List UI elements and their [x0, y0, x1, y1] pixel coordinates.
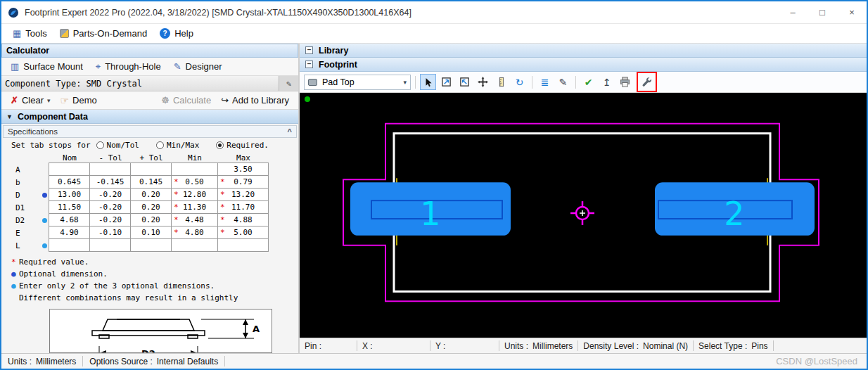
export-button[interactable]: ↥: [599, 74, 615, 90]
collapse-up-icon[interactable]: ^: [288, 127, 292, 136]
cell-ptol-D[interactable]: 0.20: [130, 188, 172, 201]
cell-ptol-D1[interactable]: 0.20: [130, 200, 172, 214]
menu-tools[interactable]: ▦ Tools: [7, 26, 53, 41]
diagram-drawing: A D2: [50, 310, 272, 353]
zoom-window-button[interactable]: [438, 74, 454, 90]
library-bar[interactable]: – Library: [300, 44, 867, 58]
cell-nom-E[interactable]: 4.90: [49, 226, 90, 239]
cell-mtol-L[interactable]: [89, 238, 131, 252]
tab-through-hole-label: Through-Hole: [105, 61, 161, 72]
measure-button[interactable]: [493, 74, 509, 90]
cell-value: 4.90: [60, 228, 79, 237]
cell-ptol-L[interactable]: [130, 238, 172, 252]
cell-value: 0.20: [141, 190, 160, 199]
chevron-down-icon[interactable]: ▾: [403, 79, 407, 86]
cell-nom-b[interactable]: 0.645: [49, 175, 90, 189]
cell-min-A[interactable]: [171, 162, 218, 176]
radio-icon[interactable]: [216, 141, 224, 149]
col-header-max: Max: [218, 153, 269, 162]
select-cursor-button[interactable]: [420, 74, 436, 90]
cell-min-D[interactable]: *12.80: [171, 188, 218, 201]
statusbar-options-source: Options Source : Internal Defaults: [83, 356, 225, 366]
refresh-button[interactable]: ↻: [511, 74, 528, 90]
note-text: Required value.: [19, 256, 89, 268]
cell-min-D1[interactable]: *11.30: [171, 200, 218, 214]
cell-nom-D1[interactable]: 11.50: [49, 200, 90, 214]
cell-min-E[interactable]: *4.80: [171, 226, 218, 239]
cell-nom-D2[interactable]: 4.68: [49, 213, 90, 227]
clear-dropdown-icon[interactable]: ▾: [47, 97, 51, 104]
statusbar-units: Units : Millimeters: [1, 356, 83, 366]
cell-min-D2[interactable]: *4.48: [171, 213, 218, 227]
pan-button[interactable]: [475, 74, 491, 90]
dim-label: D1: [11, 201, 39, 214]
footprint-canvas[interactable]: 1 2: [300, 93, 867, 338]
footprint-bar[interactable]: – Footprint: [300, 58, 867, 72]
cell-ptol-A[interactable]: [130, 162, 172, 176]
clear-button[interactable]: ✗ Clear ▾: [6, 94, 56, 107]
cell-max-E[interactable]: *5.00: [217, 226, 269, 239]
cell-mtol-E[interactable]: -0.10: [89, 226, 131, 239]
cell-max-D2[interactable]: *4.88: [217, 213, 269, 227]
cell-min-b[interactable]: *0.50: [171, 175, 218, 189]
required-asterisk: *: [174, 177, 179, 186]
maximize-button[interactable]: □: [808, 1, 837, 23]
edit-component-type-button[interactable]: ✎: [279, 76, 298, 91]
cell-ptol-D2[interactable]: 0.20: [130, 213, 172, 227]
cell-mtol-D2[interactable]: -0.20: [89, 213, 131, 227]
layer-select-value: Pad Top: [322, 77, 355, 87]
tab-designer[interactable]: ✎ Designer: [167, 59, 229, 74]
pad-1[interactable]: 1: [350, 182, 511, 236]
specifications-bar[interactable]: Specifications ^: [3, 125, 297, 138]
cell-mtol-D[interactable]: -0.20: [89, 188, 131, 201]
optional-dot-cell: [39, 176, 49, 189]
cell-value: 4.68: [60, 215, 79, 224]
radio-icon[interactable]: [156, 141, 164, 149]
zoom-extents-button[interactable]: [457, 74, 473, 90]
required-asterisk: *: [220, 215, 225, 224]
tabstop-option-nomtol[interactable]: Nom/Tol: [96, 141, 139, 150]
cell-min-L[interactable]: [171, 238, 218, 252]
annotation-highlight-box: [637, 72, 657, 92]
cell-nom-D[interactable]: 13.00: [49, 188, 90, 201]
close-button[interactable]: ×: [837, 1, 867, 23]
calculate-button[interactable]: ☸ Calculate: [156, 94, 216, 107]
add-to-library-button[interactable]: ↪ Add to Library: [216, 94, 294, 107]
cell-nom-A[interactable]: [49, 162, 90, 176]
collapse-dash-icon[interactable]: –: [305, 60, 313, 68]
options-source-label: Options Source :: [89, 357, 152, 366]
cell-max-b[interactable]: *0.79: [217, 175, 269, 189]
component-data-header[interactable]: ▼ Component Data: [1, 110, 298, 124]
cell-max-D[interactable]: *13.20: [217, 188, 269, 201]
minimize-button[interactable]: –: [778, 1, 808, 23]
dimension-button[interactable]: ✎: [555, 74, 571, 90]
cell-nom-L[interactable]: [49, 238, 90, 252]
cell-max-L[interactable]: [217, 238, 269, 252]
radio-icon[interactable]: [96, 141, 104, 149]
cell-ptol-E[interactable]: 0.10: [130, 226, 172, 239]
cell-ptol-b[interactable]: 0.145: [130, 175, 172, 189]
options-wrench-button[interactable]: [639, 74, 655, 90]
cell-max-D1[interactable]: *11.70: [217, 200, 269, 214]
pad-2[interactable]: 2: [655, 182, 815, 236]
calculator-tabs: ▥ Surface Mount ⌖ Through-Hole ✎ Designe…: [1, 58, 298, 76]
print-button[interactable]: [617, 74, 633, 90]
optional-dot-icon: [42, 193, 47, 198]
cell-mtol-b[interactable]: -0.145: [89, 175, 131, 189]
demo-button[interactable]: ☞ Demo: [56, 94, 102, 108]
cell-mtol-A[interactable]: [89, 162, 131, 176]
cell-mtol-D1[interactable]: -0.20: [89, 200, 131, 214]
required-asterisk: *: [220, 177, 225, 186]
menu-help[interactable]: ? Help: [154, 26, 199, 41]
verify-button[interactable]: ✔: [580, 74, 596, 90]
cell-max-A[interactable]: 3.50: [217, 162, 269, 176]
tab-surface-mount[interactable]: ▥ Surface Mount: [4, 59, 89, 74]
collapse-dash-icon[interactable]: –: [305, 46, 313, 54]
spec-table-header: Nom - Tol + Tol Min Max: [11, 152, 298, 163]
layer-select[interactable]: Pad Top ▾: [304, 75, 411, 90]
tabstop-option-required[interactable]: Required.: [216, 141, 269, 150]
layers-button[interactable]: ≣: [537, 74, 553, 90]
tabstop-option-minmax[interactable]: Min/Max: [156, 141, 199, 150]
menu-parts-on-demand[interactable]: Parts-On-Demand: [54, 26, 153, 41]
tab-through-hole[interactable]: ⌖ Through-Hole: [89, 59, 167, 75]
